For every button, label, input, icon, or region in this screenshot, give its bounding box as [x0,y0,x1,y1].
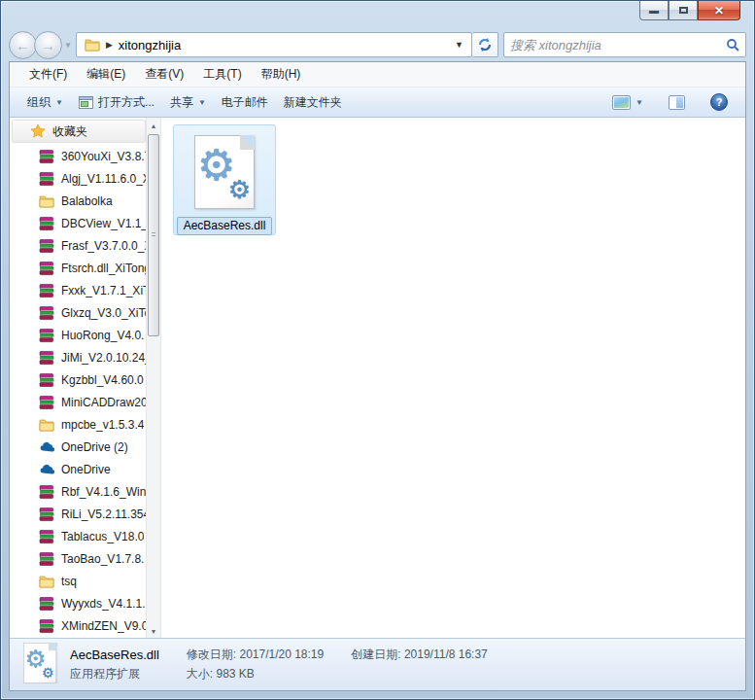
organize-button[interactable]: 组织 ▼ [19,90,71,115]
sidebar-item[interactable]: tsq [10,570,146,592]
sidebar-item[interactable]: Glxzq_V3.0_XiTo [10,301,146,324]
folder-icon [85,38,100,52]
new-folder-button[interactable]: 新建文件夹 [276,90,350,115]
maximize-button[interactable] [669,1,698,20]
file-name-label: AecBaseRes.dll [177,217,272,235]
help-icon: ? [710,93,728,111]
sidebar-item-label: Glxzq_V3.0_XiTo [61,306,146,320]
rar-archive-icon [39,283,54,298]
client-area: 文件(F) 编辑(E) 查看(V) 工具(T) 帮助(H) 组织 ▼ [9,61,746,691]
breadcrumb-arrow-icon[interactable]: ▶ [106,40,113,50]
address-dropdown-icon[interactable]: ▼ [451,40,467,50]
sidebar-item[interactable]: Algj_V1.11.6.0_X [10,167,146,190]
menu-bar: 文件(F) 编辑(E) 查看(V) 工具(T) 帮助(H) [10,62,745,88]
details-pane: ⚙ ⚙ AecBaseRes.dll 修改日期: 2017/1/20 18:19… [10,638,745,690]
gear-icon: ⚙ [228,177,251,202]
sidebar-item[interactable]: 360YouXi_V3.8.7 [10,145,146,167]
forward-button[interactable]: → [34,31,62,59]
details-size: 大小: 983 KB [187,666,324,682]
preview-pane-icon [669,95,685,110]
sidebar-item-label: tsq [61,575,77,588]
address-bar[interactable]: ▶ xitongzhijia ▼ [76,32,472,57]
details-created: 创建日期: 2019/11/8 16:37 [351,647,488,663]
share-button[interactable]: 共享 ▼ [162,90,214,115]
sidebar-item[interactable]: JiMi_V2.0.10.24_ [10,346,146,368]
sidebar-item[interactable]: Rbf_V4.1.6_Win8 [10,480,146,503]
sidebar-item[interactable]: Ftsrch.dll_XiTong [10,257,146,279]
preview-pane-button[interactable] [661,91,693,114]
recent-pages-dropdown-icon[interactable]: ▼ [64,41,72,50]
rar-archive-icon [39,305,54,321]
scroll-down-icon[interactable]: ▼ [148,628,159,635]
rar-archive-icon [39,529,54,544]
folder-icon [39,574,54,589]
close-button[interactable]: ✕ [698,1,740,20]
sidebar-item[interactable]: HuoRong_V4.0. [10,324,146,346]
rar-archive-icon [39,395,54,410]
help-button[interactable]: ? [703,89,736,115]
open-with-label: 打开方式... [98,94,154,111]
rar-archive-icon [39,596,54,612]
search-input[interactable] [510,38,726,52]
sidebar-item-label: Ftsrch.dll_XiTong [61,262,146,275]
onedrive-cloud-icon [39,439,54,455]
sidebar-item-label: Algj_V1.11.6.0_X [61,172,146,186]
sidebar-item[interactable]: Balabolka [10,190,146,212]
scroll-up-icon[interactable]: ▲ [148,119,159,132]
menu-item[interactable]: 编辑(E) [77,62,135,87]
sidebar-item[interactable]: MiniCADDraw20 [10,391,146,413]
search-icon[interactable] [726,38,739,52]
menu-item[interactable]: 文件(F) [19,62,77,87]
menu-item[interactable]: 帮助(H) [252,62,311,87]
dll-file-icon: ⚙ ⚙ [178,129,271,215]
rar-archive-icon [39,328,54,343]
details-modified: 修改日期: 2017/1/20 18:19 [187,647,324,663]
menu-item[interactable]: 查看(V) [135,62,193,87]
file-item-selected[interactable]: ⚙ ⚙ AecBaseRes.dll [173,124,276,235]
navigation-bar: ← → ▼ ▶ xitongzhijia ▼ [9,28,746,61]
dropdown-arrow-icon: ▼ [55,98,63,107]
email-button[interactable]: 电子邮件 [214,90,276,115]
minimize-icon: ▬ [649,5,659,16]
change-view-button[interactable]: ▼ [604,91,651,114]
sidebar-item-label: Kgzbbl_V4.60.0 [61,373,144,387]
rar-archive-icon [39,507,54,522]
sidebar-item-label: XMindZEN_V9.0 [61,619,146,633]
file-list-area[interactable]: ⚙ ⚙ AecBaseRes.dll [161,118,745,638]
favorites-header[interactable]: 收藏夹 [12,120,146,143]
rar-archive-icon [39,350,54,366]
scrollbar-thumb[interactable] [148,134,159,336]
sidebar-item-label: Rbf_V4.1.6_Win8 [61,485,146,499]
sidebar-item[interactable]: OneDrive (2) [10,436,146,458]
sidebar-item-label: OneDrive [61,463,111,476]
sidebar-item[interactable]: TaoBao_V1.7.8. [10,547,146,570]
sidebar-item[interactable]: Kgzbbl_V4.60.0 [10,368,146,391]
sidebar-scrollbar[interactable]: ▲ ▼ [146,118,160,638]
sidebar-item[interactable]: Frasf_V3.7.0.0_X [10,234,146,257]
sidebar-item-label: Frasf_V3.7.0.0_X [61,239,146,253]
sidebar-item[interactable]: Tablacus_V18.0 [10,525,146,547]
rar-archive-icon [39,484,54,500]
back-button[interactable]: ← [9,31,37,59]
explorer-body: 收藏夹 [10,118,745,638]
open-with-button[interactable]: 打开方式... [71,90,162,115]
sidebar-item[interactable]: DBCView_V1.1_X [10,212,146,234]
sidebar-item[interactable]: XMindZEN_V9.0 [10,614,146,637]
breadcrumb[interactable]: xitongzhijia [119,38,451,52]
sidebar-item-label: TaoBao_V1.7.8. [61,552,144,566]
views-icon [612,95,631,110]
refresh-button[interactable] [472,32,498,57]
details-file-icon: ⚙ ⚙ [23,643,66,687]
sidebar-item[interactable]: Wyyxds_V4.1.1.1 [10,592,146,614]
sidebar-item[interactable]: RiLi_V5.2.11.354 [10,503,146,525]
minimize-button[interactable]: ▬ [639,1,669,20]
new-folder-label: 新建文件夹 [284,94,342,111]
sidebar-item[interactable]: OneDrive [10,458,146,480]
maximize-icon [679,7,688,14]
navigation-pane: 收藏夹 [10,118,161,638]
rar-archive-icon [39,551,54,567]
sidebar-item[interactable]: mpcbe_v1.5.3.4 [10,413,146,436]
sidebar-item[interactable]: Fxxk_V1.7.1_XiT [10,279,146,301]
onedrive-cloud-icon [39,462,54,477]
menu-item[interactable]: 工具(T) [193,62,251,87]
